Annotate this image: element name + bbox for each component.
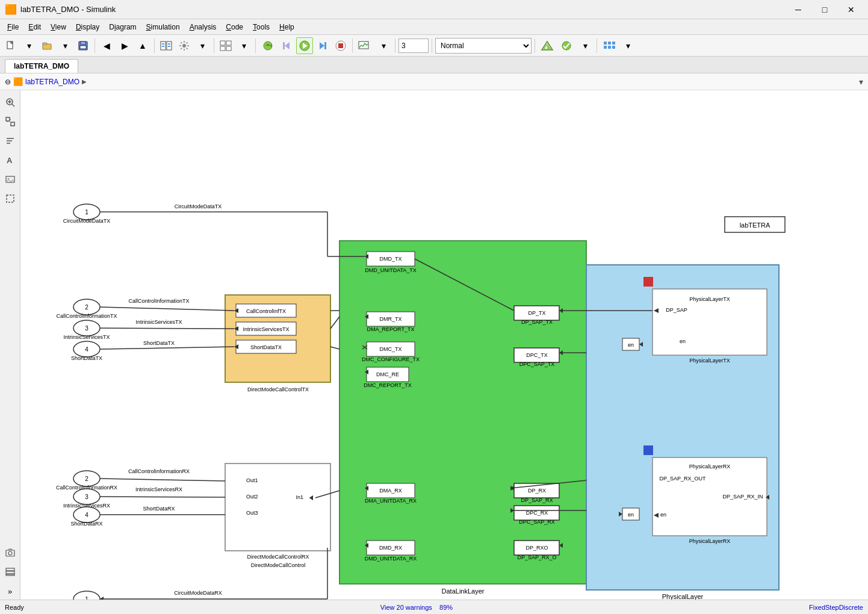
menu-code[interactable]: Code xyxy=(221,22,248,33)
svg-text:CircuitModeDataTX: CircuitModeDataTX xyxy=(175,203,222,209)
run-button[interactable] xyxy=(296,37,313,54)
update-button[interactable] xyxy=(259,37,277,54)
svg-text:DMD_RX: DMD_RX xyxy=(379,545,402,551)
scope-dropdown[interactable]: ▾ xyxy=(375,37,392,54)
svg-line-85 xyxy=(100,328,234,329)
apps-button[interactable] xyxy=(600,37,618,54)
sim-mode-select[interactable]: Normal Accelerator Rapid Accelerator xyxy=(435,38,532,54)
menu-analysis[interactable]: Analysis xyxy=(185,22,222,33)
titlebar-controls: ─ □ ✕ xyxy=(786,1,863,18)
breadcrumb-model[interactable]: labTETRA_DMO xyxy=(25,78,79,86)
svg-rect-44 xyxy=(11,122,14,126)
toolbar: ▾ ▾ ◀ ▶ ▲ ▾ ▾ ▾ Normal Acceler xyxy=(0,35,868,57)
svg-text:3: 3 xyxy=(85,494,88,500)
titlebar-title: labTETRA_DMO - Simulink xyxy=(20,5,116,14)
svg-rect-33 xyxy=(604,42,607,45)
save-button[interactable] xyxy=(75,37,91,54)
menu-simulation[interactable]: Simulation xyxy=(141,22,185,33)
open-button[interactable] xyxy=(39,37,55,54)
svg-rect-10 xyxy=(168,43,170,45)
apps-dropdown[interactable]: ▾ xyxy=(619,37,636,54)
new-dropdown[interactable]: ▾ xyxy=(20,37,37,54)
menu-edit[interactable]: Edit xyxy=(23,22,46,33)
svg-rect-11 xyxy=(162,46,164,47)
check-button[interactable] xyxy=(557,37,575,54)
settings-dropdown[interactable]: ▾ xyxy=(194,37,211,54)
forward-button[interactable]: ▶ xyxy=(116,37,133,54)
check-dropdown[interactable]: ▾ xyxy=(577,37,594,54)
grid-button[interactable] xyxy=(217,37,234,54)
svg-rect-17 xyxy=(226,46,231,51)
step-forward-button[interactable] xyxy=(314,37,331,54)
svg-text:DMA_UNITDATA_RX: DMA_UNITDATA_RX xyxy=(365,498,417,504)
open-dropdown[interactable]: ▾ xyxy=(57,37,73,54)
scope-button[interactable] xyxy=(356,37,374,54)
left-toolbar: A » xyxy=(0,90,20,600)
minimize-button[interactable]: ─ xyxy=(786,1,810,18)
settings-button[interactable] xyxy=(176,37,193,54)
menu-diagram[interactable]: Diagram xyxy=(104,22,141,33)
up-button[interactable]: ▲ xyxy=(134,37,151,54)
svg-text:DP_SAP_RX_OUT: DP_SAP_RX_OUT xyxy=(659,476,706,482)
status-warnings[interactable]: View 20 warnings 89% xyxy=(380,604,453,611)
sim-time-input[interactable] xyxy=(398,39,429,53)
labterta-label: labTETRA xyxy=(740,222,770,229)
svg-text:DP_RX: DP_RX xyxy=(528,488,546,494)
svg-text:DirectModeCallControlRX: DirectModeCallControlRX xyxy=(247,554,309,560)
svg-text:DMC_TX: DMC_TX xyxy=(379,346,401,352)
svg-text:DP_SAP_RX_IN: DP_SAP_RX_IN xyxy=(722,494,763,500)
sep2 xyxy=(154,39,155,53)
camera-button[interactable] xyxy=(2,544,19,561)
svg-text:PhysicalLayerTX: PhysicalLayerTX xyxy=(689,358,730,364)
step-back-button[interactable] xyxy=(278,37,295,54)
layers-button[interactable] xyxy=(2,563,19,580)
sep3 xyxy=(214,39,214,53)
menu-display[interactable]: Display xyxy=(71,22,104,33)
sort-button[interactable] xyxy=(2,132,19,149)
deploy-button[interactable] xyxy=(538,37,556,54)
svg-text:IntrinsicServicesRX: IntrinsicServicesRX xyxy=(135,486,182,492)
statusbar: Ready View 20 warnings 89% FixedStepDisc… xyxy=(0,600,868,614)
status-solver: FixedStepDiscrete xyxy=(809,604,863,611)
svg-rect-37 xyxy=(608,46,611,49)
menu-tools[interactable]: Tools xyxy=(248,22,274,33)
image-button[interactable] xyxy=(2,171,19,188)
maximize-button[interactable]: □ xyxy=(813,1,837,18)
fit-view-button[interactable] xyxy=(2,113,19,130)
svg-text:ShortDataTX: ShortDataTX xyxy=(71,355,102,361)
close-button[interactable]: ✕ xyxy=(839,1,863,18)
grid-dropdown[interactable]: ▾ xyxy=(235,37,252,54)
svg-text:ShortDataTX: ShortDataTX xyxy=(250,344,282,350)
svg-text:CallControlInformationTX: CallControlInformationTX xyxy=(56,313,117,319)
svg-text:DMA_REPORT_TX: DMA_REPORT_TX xyxy=(367,326,415,332)
menu-file[interactable]: File xyxy=(2,22,23,33)
text-button[interactable]: A xyxy=(2,152,19,169)
zoom-region-button[interactable] xyxy=(2,94,19,111)
svg-text:CallControlInformationTX: CallControlInformationTX xyxy=(128,298,189,304)
main-area: A » labTETRA 1 Circu xyxy=(0,90,868,600)
expand-button[interactable]: » xyxy=(2,583,19,600)
breadcrumb-dropdown[interactable]: ▾ xyxy=(859,77,863,87)
svg-text:DP_SAP_RX: DP_SAP_RX xyxy=(521,497,553,503)
svg-point-55 xyxy=(8,551,12,555)
menu-help[interactable]: Help xyxy=(274,22,299,33)
svg-text:4: 4 xyxy=(85,346,88,353)
svg-rect-16 xyxy=(220,46,225,51)
stop-button[interactable] xyxy=(332,37,349,54)
svg-text:DP_SAP: DP_SAP xyxy=(666,307,687,313)
svg-rect-9 xyxy=(162,43,164,45)
svg-marker-20 xyxy=(285,42,290,49)
svg-text:CircuitModeDataRX: CircuitModeDataRX xyxy=(174,590,222,596)
new-button[interactable] xyxy=(2,37,19,54)
menu-view[interactable]: View xyxy=(46,22,71,33)
svg-rect-146 xyxy=(643,277,653,287)
svg-text:DMC_REPORT_TX: DMC_REPORT_TX xyxy=(364,382,411,388)
model-settings-button[interactable] xyxy=(158,37,175,54)
diagram-canvas[interactable]: labTETRA 1 CircuitModeDataTX CircuitMode… xyxy=(20,90,868,600)
sep5 xyxy=(352,39,353,53)
back-button[interactable]: ◀ xyxy=(98,37,115,54)
tab-labtetra-dmo[interactable]: labTETRA_DMO xyxy=(5,59,78,73)
area-button[interactable] xyxy=(2,190,19,207)
breadcrumb-back[interactable]: ⊖ xyxy=(5,78,11,86)
svg-rect-34 xyxy=(608,42,611,45)
